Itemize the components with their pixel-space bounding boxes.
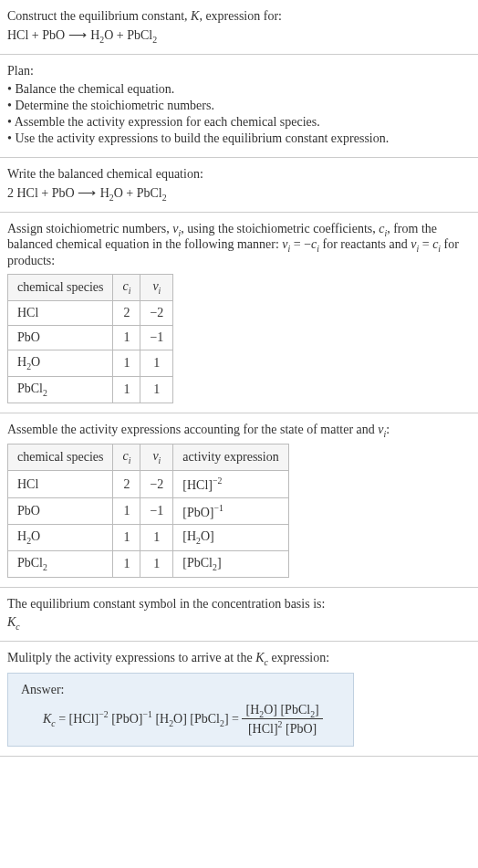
table-header-row: chemical species ci νi	[8, 275, 173, 301]
col-ci: ci	[113, 275, 140, 301]
cell-vi: −1	[140, 325, 173, 350]
cell-vi: 1	[140, 525, 173, 551]
plan-item: • Use the activity expressions to build …	[7, 131, 471, 146]
plan-section: Plan: • Balance the chemical equation. •…	[0, 55, 478, 158]
table-row: PbO 1 −1 [PbO]−1	[8, 497, 289, 525]
plan-title: Plan:	[7, 64, 471, 78]
multiply-section: Mulitply the activity expressions to arr…	[0, 642, 478, 757]
table-row: H2O 1 1 [H2O]	[8, 525, 289, 551]
answer-label: Answer:	[21, 683, 340, 697]
cell-ci: 1	[113, 376, 140, 403]
table-row: HCl 2 −2	[8, 300, 173, 325]
fraction-numerator: [H2O] [PbCl2]	[242, 703, 322, 720]
cell-activity: [PbO]−1	[173, 497, 288, 525]
cell-species: HCl	[8, 300, 113, 325]
table-header-row: chemical species ci νi activity expressi…	[8, 444, 289, 471]
col-ci: ci	[113, 444, 140, 471]
cell-vi: 1	[140, 376, 173, 403]
table-row: H2O 1 1	[8, 350, 173, 376]
cell-species: PbCl2	[8, 376, 113, 403]
symbol-section: The equilibrium constant symbol in the c…	[0, 588, 478, 642]
cell-species: H2O	[8, 350, 113, 376]
table-row: PbCl2 1 1	[8, 376, 173, 403]
cell-ci: 2	[113, 300, 140, 325]
cell-species: PbCl2	[8, 551, 113, 578]
balanced-intro: Write the balanced chemical equation:	[7, 167, 471, 182]
cell-vi: −2	[140, 300, 173, 325]
table-row: HCl 2 −2 [HCl]−2	[8, 471, 289, 498]
multiply-text: Mulitply the activity expressions to arr…	[7, 651, 471, 667]
fraction-denominator: [HCl]2 [PbO]	[242, 719, 322, 737]
cell-ci: 1	[113, 497, 140, 525]
plan-item: • Balance the chemical equation.	[7, 82, 471, 97]
symbol-text: The equilibrium constant symbol in the c…	[7, 597, 471, 612]
answer-equation: Kc = [HCl]−2 [PbO]−1 [H2O] [PbCl2] = [H2…	[21, 703, 340, 737]
plan-item: • Assemble the activity expression for e…	[7, 115, 471, 130]
col-vi: νi	[140, 444, 173, 471]
unbalanced-equation: HCl + PbO ⟶ H2O + PbCl2	[7, 27, 471, 45]
activity-table: chemical species ci νi activity expressi…	[7, 444, 289, 578]
col-species: chemical species	[8, 444, 113, 471]
cell-vi: 1	[140, 551, 173, 578]
symbol-value: Kc	[7, 615, 471, 632]
cell-vi: −2	[140, 471, 173, 498]
col-activity: activity expression	[173, 444, 288, 471]
cell-species: H2O	[8, 525, 113, 551]
table-row: PbCl2 1 1 [PbCl2]	[8, 551, 289, 578]
col-vi: νi	[140, 275, 173, 301]
cell-activity: [PbCl2]	[173, 551, 288, 578]
cell-activity: [H2O]	[173, 525, 288, 551]
cell-vi: −1	[140, 497, 173, 525]
balanced-section: Write the balanced chemical equation: 2 …	[0, 158, 478, 213]
assemble-text: Assemble the activity expressions accoun…	[7, 423, 471, 439]
header-section: Construct the equilibrium constant, K, e…	[0, 0, 478, 55]
fraction: [H2O] [PbCl2] [HCl]2 [PbO]	[242, 703, 322, 737]
plan-item: • Determine the stoichiometric numbers.	[7, 99, 471, 113]
cell-ci: 1	[113, 551, 140, 578]
assign-section: Assign stoichiometric numbers, νi, using…	[0, 213, 478, 413]
cell-ci: 1	[113, 525, 140, 551]
cell-activity: [HCl]−2	[173, 471, 288, 498]
table-row: PbO 1 −1	[8, 325, 173, 350]
construct-text: Construct the equilibrium constant, K, e…	[7, 9, 471, 24]
assemble-section: Assemble the activity expressions accoun…	[0, 413, 478, 589]
stoich-table: chemical species ci νi HCl 2 −2 PbO 1 −1…	[7, 274, 173, 403]
plan-list: • Balance the chemical equation. • Deter…	[7, 82, 471, 146]
cell-ci: 2	[113, 471, 140, 498]
answer-box: Answer: Kc = [HCl]−2 [PbO]−1 [H2O] [PbCl…	[7, 673, 354, 747]
balanced-equation: 2 HCl + PbO ⟶ H2O + PbCl2	[7, 185, 471, 203]
cell-species: HCl	[8, 471, 113, 498]
cell-ci: 1	[113, 350, 140, 376]
cell-species: PbO	[8, 497, 113, 525]
cell-ci: 1	[113, 325, 140, 350]
assign-text: Assign stoichiometric numbers, νi, using…	[7, 222, 471, 269]
cell-vi: 1	[140, 350, 173, 376]
cell-species: PbO	[8, 325, 113, 350]
col-species: chemical species	[8, 275, 113, 301]
